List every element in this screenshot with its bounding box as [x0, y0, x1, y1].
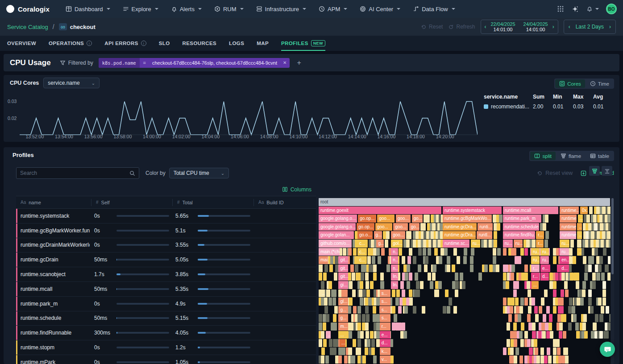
- range-next-icon[interactable]: ›: [552, 24, 554, 30]
- flame-frame[interactable]: [575, 323, 579, 331]
- flame-frame[interactable]: [407, 281, 410, 289]
- flame-frame[interactable]: [544, 290, 548, 298]
- flame-frame[interactable]: [602, 290, 606, 298]
- flame-frame[interactable]: [583, 314, 587, 322]
- flame-frame-[interactable]: ...: [532, 281, 539, 289]
- flame-frame[interactable]: [445, 290, 449, 298]
- flame-frame[interactable]: [591, 231, 594, 239]
- flame-frame-r[interactable]: r...: [536, 240, 544, 248]
- flame-frame[interactable]: [573, 314, 577, 322]
- flame-frame[interactable]: [370, 281, 374, 289]
- flame-frame[interactable]: [447, 256, 450, 264]
- flame-frame[interactable]: [528, 306, 532, 314]
- cpu-cores-line-chart[interactable]: [20, 75, 478, 142]
- flame-frame-runtime[interactable]: runtime....: [560, 231, 576, 239]
- flame-frame[interactable]: [524, 265, 528, 273]
- flame-frame[interactable]: [506, 281, 509, 289]
- flame-frame[interactable]: [518, 314, 521, 322]
- flame-frame[interactable]: [496, 265, 499, 273]
- flame-frame[interactable]: [447, 306, 450, 314]
- flame-frame[interactable]: [373, 356, 377, 364]
- flame-frame[interactable]: [418, 265, 421, 273]
- flame-frame[interactable]: [380, 273, 384, 281]
- table-row[interactable]: runtime.gcDrain50ms5.05s: [16, 252, 316, 267]
- flame-frame[interactable]: [328, 281, 332, 289]
- flame-frame-v[interactable]: v...: [380, 356, 390, 364]
- flame-frame[interactable]: [598, 265, 602, 273]
- flame-frame[interactable]: [362, 314, 365, 322]
- flame-frame[interactable]: [519, 331, 523, 339]
- flame-frame-ru[interactable]: ru...: [531, 256, 540, 264]
- flame-frame-runtime-findru[interactable]: runtime.findRu...: [503, 231, 535, 239]
- flame-frame[interactable]: [588, 223, 592, 231]
- flame-frame-runtime-systemstack[interactable]: runtime.systemstack: [443, 207, 502, 215]
- flame-frame[interactable]: [335, 256, 338, 264]
- flame-frame-google-golang-o[interactable]: google.golang.o...: [319, 215, 357, 223]
- flame-frame[interactable]: [409, 290, 412, 298]
- quick-range-picker[interactable]: ‹ Last 2 Days ›: [564, 20, 616, 34]
- flame-frame[interactable]: [503, 298, 507, 306]
- flame-frame[interactable]: [366, 314, 370, 322]
- flame-frame-ru[interactable]: ru...: [560, 248, 569, 256]
- flame-frame[interactable]: [361, 273, 364, 281]
- flame-frame[interactable]: [319, 323, 322, 331]
- flame-frame[interactable]: [349, 298, 353, 306]
- flame-frame[interactable]: [360, 298, 363, 306]
- flame-frame[interactable]: [545, 231, 549, 239]
- flame-frame[interactable]: [535, 314, 539, 322]
- flame-frame[interactable]: [508, 314, 512, 322]
- flame-frame[interactable]: [373, 314, 376, 322]
- flame-frame[interactable]: [601, 273, 605, 281]
- flame-frame[interactable]: [321, 356, 324, 364]
- flame-frame[interactable]: [591, 331, 594, 339]
- flame-frame[interactable]: [605, 265, 609, 273]
- flame-frame[interactable]: [438, 281, 442, 289]
- flame-frame[interactable]: [344, 290, 348, 298]
- flame-frame[interactable]: [555, 273, 559, 281]
- flame-frame[interactable]: [353, 339, 356, 347]
- flame-frame-runtl[interactable]: runtl...: [477, 231, 492, 239]
- flame-frame[interactable]: [457, 256, 460, 264]
- flame-frame-in[interactable]: In...: [391, 273, 398, 281]
- flame-frame[interactable]: [561, 273, 565, 281]
- flame-frame[interactable]: [548, 323, 552, 331]
- flame-frame[interactable]: [343, 248, 346, 256]
- flame-frame[interactable]: [593, 323, 597, 331]
- flame-frame[interactable]: [515, 347, 519, 356]
- flame-frame[interactable]: [576, 331, 580, 339]
- quick-range-prev-icon[interactable]: ‹: [569, 24, 570, 30]
- flame-frame-main-chec[interactable]: main.(*chec...: [319, 248, 340, 256]
- flame-frame[interactable]: [593, 215, 597, 223]
- flame-frame[interactable]: [588, 265, 592, 273]
- flame-frame[interactable]: [511, 273, 514, 281]
- flame-frame-ru[interactable]: ru...: [471, 240, 480, 248]
- flame-frame-[interactable]: ...: [577, 248, 581, 256]
- flame-frame[interactable]: [447, 265, 450, 273]
- flame-frame[interactable]: [589, 207, 593, 215]
- flame-frame[interactable]: [365, 281, 369, 289]
- flame-frame[interactable]: [360, 331, 364, 339]
- flame-frame[interactable]: [440, 248, 444, 256]
- flame-frame[interactable]: [598, 298, 602, 306]
- flame-frame[interactable]: [424, 265, 428, 273]
- flame-frame[interactable]: [396, 290, 400, 298]
- flame-frame-go[interactable]: go...: [412, 215, 423, 223]
- flame-frame[interactable]: [428, 273, 431, 281]
- flame-frame[interactable]: [514, 356, 517, 364]
- flame-frame[interactable]: [324, 265, 328, 273]
- nav-item-dashboard[interactable]: Dashboard: [61, 3, 115, 15]
- flame-frame[interactable]: [532, 323, 536, 331]
- flame-frame-go-o[interactable]: go.o...: [357, 231, 373, 239]
- flame-frame[interactable]: [420, 223, 426, 231]
- flame-frame-goo[interactable]: goo...: [396, 215, 411, 223]
- flame-frame[interactable]: [402, 290, 405, 298]
- flame-frame-mai[interactable]: mai...: [319, 256, 328, 264]
- flame-frame-git[interactable]: git...: [338, 265, 348, 273]
- flame-frame-r[interactable]: r...: [531, 265, 540, 273]
- flame-frame[interactable]: [584, 273, 588, 281]
- notifications-bell-icon[interactable]: [586, 5, 599, 12]
- coralogix-logo[interactable]: Coralogix: [6, 5, 50, 13]
- view-table-button[interactable]: table: [586, 152, 613, 160]
- flame-frame[interactable]: [489, 265, 493, 273]
- flame-frame[interactable]: [405, 273, 408, 281]
